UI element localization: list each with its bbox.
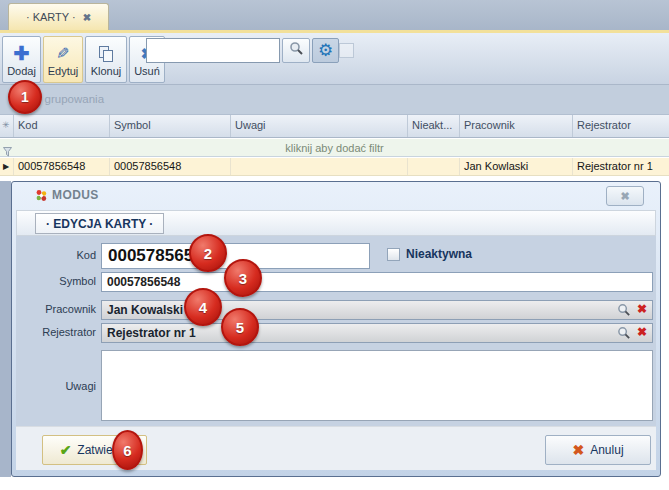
plus-icon: ✚ — [14, 43, 30, 65]
search-input[interactable] — [146, 38, 280, 63]
clone-button[interactable]: Klonuj — [85, 36, 127, 83]
nieaktywna-checkbox[interactable] — [387, 248, 400, 261]
lookup-clear-icon[interactable]: ✖ — [637, 302, 647, 316]
copy-icon — [99, 43, 113, 65]
add-button[interactable]: ✚ Dodaj — [2, 36, 41, 83]
uwagi-field[interactable] — [101, 350, 653, 421]
lookup-search-icon[interactable] — [617, 303, 631, 320]
symbol-field[interactable] — [101, 272, 653, 292]
group-panel[interactable]: Panel grupowania — [0, 85, 669, 114]
row-indicator-icon: ▶ — [0, 158, 14, 175]
column-header-uwagi[interactable]: Uwagi — [231, 115, 408, 137]
annotation-badge-4: 4 — [184, 288, 222, 326]
section-header: · EDYCJA KARTY · — [16, 210, 656, 236]
symbol-label: Symbol — [16, 275, 96, 287]
cancel-button[interactable]: ✖ Anuluj — [545, 435, 651, 465]
cell-symbol: 00057856548 — [110, 158, 231, 175]
annotation-badge-5: 5 — [221, 308, 259, 346]
lookup-clear-icon[interactable]: ✖ — [637, 325, 647, 339]
tab-bar: · KARTY · ✖ — [0, 0, 669, 30]
cell-kod: 00057856548 — [14, 158, 110, 175]
grid-header: ✳ Kod Symbol Uwagi Nieakt... Pracownik R… — [0, 114, 669, 138]
dialog-close-button[interactable]: ✖ — [606, 186, 644, 206]
rejestrator-lookup-field[interactable]: Rejestrator nr 1 ✖ — [101, 323, 653, 343]
annotation-badge-2: 2 — [189, 234, 227, 272]
pencil-icon: ✎ — [56, 43, 69, 65]
column-header-kod[interactable]: Kod — [14, 115, 110, 137]
pracownik-value: Jan Kowalski — [107, 303, 183, 317]
uwagi-label: Uwagi — [16, 380, 96, 392]
app-window: · KARTY · ✖ ✚ Dodaj ✎ Edytuj Klonuj ✖ Us… — [0, 0, 669, 490]
cell-nieaktywna — [408, 158, 460, 175]
lookup-search-icon[interactable] — [617, 326, 631, 343]
dialog-title: MODUS — [52, 188, 99, 202]
grid-filter-row[interactable]: kliknij aby dodać filtr — [0, 139, 669, 157]
search-icon — [289, 41, 304, 60]
annotation-badge-6: 6 — [112, 430, 143, 470]
table-row[interactable]: ▶ 00057856548 00057856548 Jan Kowlaski R… — [0, 158, 669, 176]
add-button-label: Dodaj — [7, 65, 36, 77]
column-header-symbol[interactable]: Symbol — [110, 115, 231, 137]
filter-hint: kliknij aby dodać filtr — [0, 139, 669, 157]
annotation-badge-3: 3 — [224, 259, 262, 297]
tab-label: · KARTY · — [26, 11, 76, 23]
settings-button[interactable]: ⚙ — [312, 38, 339, 63]
clone-button-label: Klonuj — [91, 65, 122, 77]
check-icon: ✔ — [60, 442, 72, 458]
column-header-nieaktywna[interactable]: Nieakt... — [408, 115, 460, 137]
edit-button-label: Edytuj — [48, 65, 79, 77]
window-edge — [0, 181, 11, 477]
pracownik-label: Pracownik — [16, 303, 96, 315]
cancel-x-icon: ✖ — [572, 442, 584, 458]
rejestrator-value: Rejestrator nr 1 — [107, 326, 196, 340]
edit-button[interactable]: ✎ Edytuj — [43, 36, 83, 83]
dialog-modus: MODUS ✖ · EDYCJA KARTY · Kod Nieaktywna … — [11, 181, 661, 477]
delete-button-label: Usuń — [134, 65, 160, 77]
edit-form: Kod Nieaktywna Symbol Pracownik Jan Kowa… — [16, 236, 656, 426]
cancel-button-label: Anuluj — [590, 443, 623, 457]
cell-rejestrator: Rejestrator nr 1 — [573, 158, 669, 175]
column-header-pracownik[interactable]: Pracownik — [460, 115, 573, 137]
nieaktywna-label: Nieaktywna — [406, 247, 472, 261]
search-button[interactable] — [282, 38, 310, 63]
section-title: · EDYCJA KARTY · — [35, 213, 164, 234]
tab-karty[interactable]: · KARTY · ✖ — [8, 3, 109, 30]
app-logo-icon — [35, 188, 48, 206]
asterisk-icon[interactable]: ✳ — [0, 115, 14, 137]
cell-pracownik: Jan Kowlaski — [460, 158, 573, 175]
rejestrator-label: Rejestrator — [16, 326, 96, 338]
gear-icon: ⚙ — [318, 42, 333, 59]
toolbar-checkbox[interactable] — [339, 43, 354, 58]
kod-label: Kod — [16, 249, 96, 261]
column-header-rejestrator[interactable]: Rejestrator — [573, 115, 669, 137]
cell-uwagi — [231, 158, 408, 175]
tab-close-icon[interactable]: ✖ — [83, 12, 91, 23]
annotation-badge-1: 1 — [8, 80, 42, 114]
close-icon: ✖ — [620, 190, 629, 202]
